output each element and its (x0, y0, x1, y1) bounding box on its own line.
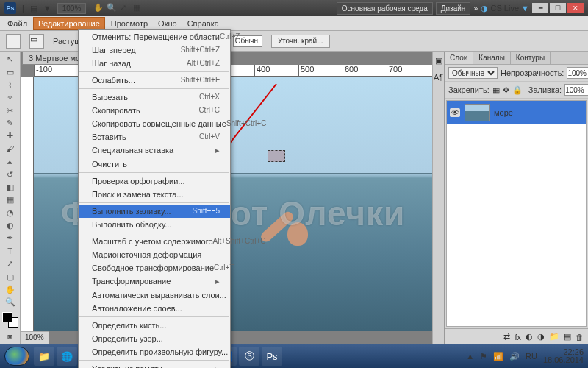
menu-item[interactable]: Очистить (79, 158, 230, 171)
group-icon[interactable]: 📁 (549, 332, 559, 342)
workspace-switcher[interactable]: Основная рабочая среда (337, 2, 433, 15)
marquee-tool-icon[interactable]: ▭ (1, 66, 19, 78)
mask-icon[interactable]: ◐ (526, 332, 533, 342)
menu-item[interactable]: Проверка орфографии... (79, 174, 230, 188)
menu-item[interactable]: Автоналожение слоев... (79, 302, 230, 315)
clock[interactable]: 22:2618.06.2014 (543, 348, 584, 364)
layer-item[interactable]: 👁 море (447, 101, 586, 124)
taskbar-app-icon[interactable]: Ⓢ (239, 347, 259, 366)
menu-item[interactable]: Трансформирование (79, 275, 230, 289)
dodge-tool-icon[interactable]: ◐ (1, 219, 19, 232)
menu-edit[interactable]: Редактирование (33, 17, 105, 30)
menu-item[interactable]: Специальная вставка (79, 144, 230, 158)
tray-flag-icon[interactable]: ⚑ (480, 352, 487, 361)
shape-tool-icon[interactable]: ▢ (1, 270, 19, 283)
menu-item[interactable]: Выполнить заливку...Shift+F5 (79, 205, 230, 218)
menu-item[interactable]: СкопироватьCtrl+C (79, 104, 230, 117)
taskbar-app-icon[interactable]: Ps (262, 347, 282, 366)
fx-icon[interactable]: fx (514, 333, 521, 342)
blur-tool-icon[interactable]: ◔ (1, 207, 19, 219)
quickmask-icon[interactable]: ◙ (1, 330, 19, 343)
pen-tool-icon[interactable]: ✒ (1, 232, 19, 244)
doc-status-zoom[interactable]: 100% (21, 331, 49, 344)
trash-icon[interactable]: 🗑 (576, 333, 584, 342)
refine-edge-button[interactable]: Уточн. край... (271, 35, 330, 48)
link-layers-icon[interactable]: ⇄ (503, 332, 510, 342)
menu-item[interactable]: Поиск и замена текста... (79, 188, 230, 201)
menu-item[interactable]: Определить узор... (79, 332, 230, 345)
hand-tool-icon[interactable]: ✋ (1, 283, 19, 296)
tab-channels[interactable]: Каналы (473, 52, 511, 64)
layer-thumbnail[interactable] (465, 104, 490, 121)
visibility-icon[interactable]: 👁 (450, 108, 460, 117)
lock-position-icon[interactable]: ✥ (503, 85, 509, 95)
menu-item[interactable]: ВставитьCtrl+V (79, 130, 230, 144)
collapsed-panels[interactable]: ▣ A¶ (432, 52, 444, 344)
fg-bg-color[interactable] (2, 312, 18, 328)
eyedropper-tool-icon[interactable]: ✎ (1, 117, 19, 130)
menu-file[interactable]: Файл (3, 18, 32, 29)
blend-mode-select[interactable]: Обычные (448, 67, 498, 79)
history-brush-icon[interactable]: ↺ (1, 168, 19, 180)
tray-up-icon[interactable]: ▲ (466, 352, 474, 361)
menu-item[interactable]: Шаг назадAlt+Ctrl+Z (79, 57, 230, 70)
menu-item[interactable]: Выполнить обводку... (79, 218, 230, 231)
close-button[interactable]: ✕ (567, 3, 584, 13)
menu-item[interactable]: Скопировать совмещенные данныеShift+Ctrl… (79, 117, 230, 130)
tray-vol-icon[interactable]: 🔊 (509, 352, 520, 361)
mini-arrow-icon[interactable]: ▼ (43, 4, 51, 13)
zoom-field[interactable]: 100% (57, 3, 87, 14)
fill-field[interactable] (564, 84, 588, 96)
menu-window[interactable]: Окно (154, 18, 182, 29)
menu-view[interactable]: Просмотр (107, 18, 152, 29)
menu-item[interactable]: Свободное трансформированиеCtrl+T (79, 261, 230, 275)
menu-item[interactable]: Шаг впередShift+Ctrl+Z (79, 43, 230, 57)
zoom-tool-icon[interactable]: 🔍 (1, 296, 19, 308)
menu-item[interactable]: Масштаб с учетом содержимогоAlt+Shift+Ct… (79, 235, 230, 248)
taskbar-app-icon[interactable]: 📁 (34, 347, 54, 366)
bridge-icon[interactable]: ▤ (30, 4, 37, 13)
menu-item[interactable]: Отменить: Перемещение областиCtrl+Z (79, 30, 230, 43)
lock-pixels-icon[interactable]: ▦ (492, 85, 500, 95)
menu-item[interactable]: Определить кисть... (79, 319, 230, 332)
menu-help[interactable]: Справка (183, 18, 223, 29)
menu-item[interactable]: ВырезатьCtrl+X (79, 91, 230, 104)
gradient-tool-icon[interactable]: ▦ (1, 194, 19, 206)
menu-item[interactable]: Автоматически выравнивать слои... (79, 289, 230, 302)
opacity-field[interactable] (567, 67, 588, 79)
new-layer-icon[interactable]: ▤ (564, 332, 571, 342)
start-button[interactable] (4, 347, 29, 366)
heal-tool-icon[interactable]: ✚ (1, 130, 19, 142)
tray-net-icon[interactable]: 📶 (493, 352, 503, 361)
eraser-tool-icon[interactable]: ◧ (1, 181, 19, 194)
char-panel-icon[interactable]: A¶ (434, 73, 443, 82)
menu-item[interactable]: Удалить из памяти (79, 362, 230, 368)
minimize-button[interactable]: ━ (532, 3, 548, 13)
view-tools[interactable]: ✋🔍⤢▦ (92, 3, 145, 13)
search-icon[interactable]: » (473, 4, 478, 13)
maximize-button[interactable]: ☐ (550, 3, 566, 13)
type-tool-icon[interactable]: T (1, 245, 19, 258)
brush-tool-icon[interactable]: 🖌 (1, 143, 19, 155)
layer-name[interactable]: море (494, 108, 513, 117)
tab-layers[interactable]: Слои (445, 52, 473, 64)
tool-preset-icon[interactable] (6, 34, 21, 49)
menu-item[interactable]: Марионеточная деформация (79, 248, 230, 261)
lock-all-icon[interactable]: 🔒 (512, 85, 523, 95)
menu-item[interactable]: Определить произвольную фигуру... (79, 345, 230, 358)
stamp-tool-icon[interactable]: ⏶ (1, 155, 19, 168)
path-tool-icon[interactable]: ↗ (1, 258, 19, 270)
crop-tool-icon[interactable]: ✂ (1, 105, 19, 117)
taskbar-app-icon[interactable]: 🌐 (57, 347, 77, 366)
design-workspace-button[interactable]: Дизайн (436, 2, 471, 15)
lasso-tool-icon[interactable]: ⌇ (1, 79, 19, 91)
history-panel-icon[interactable]: ▣ (435, 56, 442, 66)
cslive-button[interactable]: ◑ CS Live ▼ (481, 4, 529, 13)
tab-paths[interactable]: Контуры (511, 52, 551, 64)
wand-tool-icon[interactable]: ✧ (1, 91, 19, 104)
move-tool-icon[interactable]: ↖ (1, 53, 19, 66)
marquee-selector-icon[interactable]: ▭ (29, 34, 44, 49)
menu-item[interactable]: Ослабить...Shift+Ctrl+F (79, 74, 230, 87)
adjustment-icon[interactable]: ◑ (537, 332, 545, 342)
lang-indicator[interactable]: RU (526, 352, 537, 361)
